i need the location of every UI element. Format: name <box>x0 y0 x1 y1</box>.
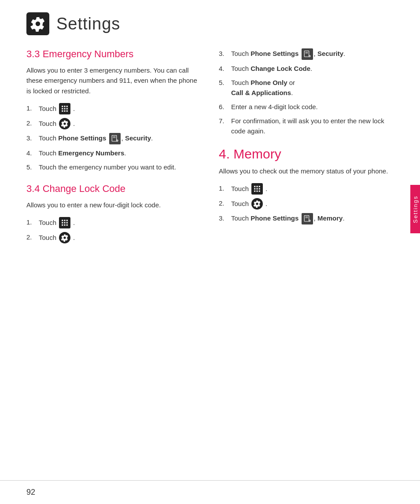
step-text: Touch <box>39 217 56 228</box>
step-33-1: 1. Touch . <box>26 103 201 114</box>
step-34-2: 2. Touch . <box>26 232 201 243</box>
section-33: 3.3 Emergency Numbers Allows you to ente… <box>26 48 201 173</box>
step-suffix: . <box>73 232 75 243</box>
step-content: Touch Phone Settings , Security. <box>39 133 201 144</box>
step-number: 1. <box>26 217 38 228</box>
phone-settings-icon <box>302 213 313 224</box>
section-4: 4. Memory Allows you to check out the me… <box>219 147 394 224</box>
step-content: For confirmation, it will ask you to ent… <box>231 116 394 136</box>
step-33-4: 4. Touch Emergency Numbers. <box>26 148 201 158</box>
section-34: 3.4 Change Lock Code Allows you to enter… <box>26 183 201 243</box>
step-content: Touch the emergency number you want to e… <box>39 162 201 172</box>
svg-rect-12 <box>304 216 309 222</box>
step-text: Touch <box>39 232 56 243</box>
step-number: 4. <box>26 148 38 158</box>
page-header: Settings <box>0 0 420 44</box>
section-34-description: Allows you to enter a new four-digit loc… <box>26 200 201 210</box>
step-number: 3. <box>219 213 230 224</box>
grid-icon <box>251 183 263 195</box>
step-number: 1. <box>219 183 230 194</box>
page-container: Settings 3.3 Emergency Numbers Allows yo… <box>0 0 420 504</box>
step-number: 1. <box>26 103 38 114</box>
step-text: Touch <box>231 199 249 209</box>
step-number: 3. <box>26 133 38 143</box>
step-number: 2. <box>26 232 38 243</box>
gear-icon <box>59 232 70 243</box>
step-suffix: . <box>265 184 267 194</box>
step-content: Touch . <box>39 217 201 228</box>
left-column: 3.3 Emergency Numbers Allows you to ente… <box>26 48 201 254</box>
gear-icon <box>59 118 70 129</box>
gear-icon <box>251 198 263 210</box>
grid-icon <box>59 217 70 228</box>
section-4-heading: 4. Memory <box>219 147 394 162</box>
step-number: 3. <box>219 48 230 59</box>
step-content: Enter a new 4-digit lock code. <box>231 102 394 112</box>
settings-gear-icon <box>30 16 46 32</box>
right-column: 3. Touch Phone Settings , Security. 4. T… <box>219 48 394 254</box>
section-33-description: Allows you to enter 3 emergency numbers.… <box>26 65 201 96</box>
main-content: 3.3 Emergency Numbers Allows you to ente… <box>0 44 420 272</box>
step-4-2: 2. Touch . <box>219 198 394 210</box>
step-suffix: . <box>265 199 267 209</box>
page-number: 92 <box>26 488 35 497</box>
step-text: Touch <box>39 118 56 129</box>
step-number: 4. <box>219 63 230 74</box>
step-33-2: 2. Touch . <box>26 118 201 129</box>
phone-settings-icon <box>302 48 313 60</box>
step-33-3: 3. Touch Phone Settings , Security. <box>26 133 201 144</box>
page-title: Settings <box>56 15 120 33</box>
step-33-5: 5. Touch the emergency number you want t… <box>26 162 201 173</box>
step-text: Touch <box>39 103 56 114</box>
step-suffix: . <box>73 118 75 129</box>
step-34c-6: 6. Enter a new 4-digit lock code. <box>219 102 394 112</box>
sidebar-tab: Settings <box>410 185 420 233</box>
step-suffix: . <box>73 103 75 114</box>
step-content: Touch Emergency Numbers. <box>39 148 201 158</box>
step-number: 5. <box>26 162 38 173</box>
step-34c-7: 7. For confirmation, it will ask you to … <box>219 116 394 136</box>
step-34c-5: 5. Touch Phone Only or Call & Applicatio… <box>219 77 394 98</box>
step-content: Touch Phone Settings , Memory. <box>231 213 394 224</box>
step-content: Touch . <box>39 232 201 243</box>
step-34c-4: 4. Touch Change Lock Code. <box>219 63 394 74</box>
step-content: Touch . <box>231 183 394 195</box>
step-suffix: . <box>73 217 75 228</box>
phone-settings-icon <box>109 133 121 144</box>
step-34-1: 1. Touch . <box>26 217 201 228</box>
settings-icon-box <box>26 12 49 35</box>
sidebar-label: Settings <box>412 195 419 223</box>
footer: 92 <box>0 480 420 504</box>
grid-icon <box>59 103 70 114</box>
section-34-heading: 3.4 Change Lock Code <box>26 183 201 195</box>
step-text: Touch <box>231 184 249 194</box>
svg-rect-0 <box>112 135 117 141</box>
step-content: Touch Phone Only or Call & Applications. <box>231 77 394 98</box>
step-number: 2. <box>26 118 38 129</box>
step-4-3: 3. Touch Phone Settings , Memory. <box>219 213 394 224</box>
step-content: Touch Phone Settings , Security. <box>231 48 394 60</box>
step-34c-3: 3. Touch Phone Settings , Security. <box>219 48 394 60</box>
step-number: 2. <box>219 198 230 209</box>
step-number: 6. <box>219 102 230 112</box>
step-4-1: 1. Touch . <box>219 183 394 195</box>
step-content: Touch . <box>39 103 201 114</box>
step-content: Touch . <box>231 198 394 210</box>
step-number: 5. <box>219 77 230 88</box>
step-content: Touch Change Lock Code. <box>231 63 394 74</box>
section-34-continued: 3. Touch Phone Settings , Security. 4. T… <box>219 48 394 136</box>
svg-rect-6 <box>304 51 309 57</box>
step-content: Touch . <box>39 118 201 129</box>
section-4-description: Allows you to check out the memory statu… <box>219 166 394 176</box>
section-33-heading: 3.3 Emergency Numbers <box>26 48 201 60</box>
step-number: 7. <box>219 116 230 126</box>
